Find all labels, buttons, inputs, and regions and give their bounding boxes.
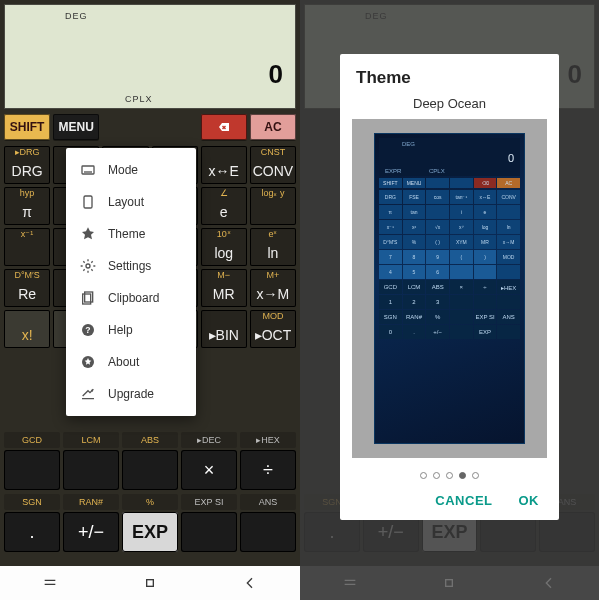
theme-icon xyxy=(80,226,96,242)
num-row-1: × ÷ xyxy=(4,450,296,490)
dot-active[interactable] xyxy=(459,472,466,479)
page-dots xyxy=(340,464,559,487)
delete-button[interactable] xyxy=(201,114,247,140)
menu-item-mode[interactable]: Mode xyxy=(66,154,196,186)
svg-point-3 xyxy=(86,264,90,268)
hkey-hex[interactable]: ▸HEX xyxy=(240,432,296,448)
menu-item-label: About xyxy=(108,355,139,369)
p-ac: AC xyxy=(497,178,520,188)
hkey-dec[interactable]: ▸DEC xyxy=(181,432,237,448)
lcd-display: DEG CPLX 0 xyxy=(4,4,296,109)
key-bin[interactable]: ▸BIN xyxy=(201,310,247,348)
hkey-ans[interactable]: ANS xyxy=(240,494,296,510)
menu-popup: Mode Layout Theme Settings Clipboard ? H… xyxy=(66,148,196,416)
key-blank[interactable] xyxy=(240,512,296,552)
menu-item-clipboard[interactable]: Clipboard xyxy=(66,282,196,314)
key-div[interactable]: ÷ xyxy=(240,450,296,490)
key-dot[interactable]: . xyxy=(4,512,60,552)
top-row: SHIFT MENU AC xyxy=(4,114,296,140)
key-dms[interactable]: D°M′SRe xyxy=(4,269,50,307)
screenshot-left: DEG CPLX 0 SHIFT MENU AC ▸DRGDRG x↔E CNS… xyxy=(0,0,300,600)
hkey-pct[interactable]: % xyxy=(122,494,178,510)
key-oct[interactable]: MOD▸OCT xyxy=(250,310,296,348)
menu-item-label: Clipboard xyxy=(108,291,159,305)
menu-item-layout[interactable]: Layout xyxy=(66,186,196,218)
hkey-lcm[interactable]: LCM xyxy=(63,432,119,448)
preview-grid: DRGFSEcostan⁻¹x↔ECONV πtanie x⁻¹x²√xxʸlo… xyxy=(379,190,520,439)
preview-cplx: CPLX xyxy=(429,168,445,174)
svg-text:?: ? xyxy=(85,325,90,335)
key-sign[interactable]: +/− xyxy=(63,512,119,552)
key-log[interactable]: 10ˣlog xyxy=(201,228,247,266)
key-e[interactable]: ∠e xyxy=(201,187,247,225)
upgrade-icon xyxy=(80,386,96,402)
half-row-1: GCD LCM ABS ▸DEC ▸HEX xyxy=(4,432,296,448)
key-xswap[interactable]: x↔E xyxy=(201,146,247,184)
hkey-ran[interactable]: RAN# xyxy=(63,494,119,510)
key-exp[interactable]: EXP xyxy=(122,512,178,552)
key-pi[interactable]: hypπ xyxy=(4,187,50,225)
gear-icon xyxy=(80,258,96,274)
menu-item-label: Settings xyxy=(108,259,151,273)
p-menu: MENU xyxy=(403,178,426,188)
svg-rect-9 xyxy=(147,580,154,587)
spacer xyxy=(102,114,148,140)
key-fact[interactable]: x! xyxy=(4,310,50,348)
nav-home-icon[interactable] xyxy=(142,575,158,591)
mode-icon xyxy=(80,162,96,178)
key-inv[interactable]: x⁻¹ xyxy=(4,228,50,266)
theme-preview-image: DEG EXPR CPLX 0 SHIFT MENU ⌫ AC DRGFSEco… xyxy=(374,133,525,444)
menu-item-label: Upgrade xyxy=(108,387,154,401)
key-blank[interactable] xyxy=(181,512,237,552)
dot[interactable] xyxy=(420,472,427,479)
menu-item-settings[interactable]: Settings xyxy=(66,250,196,282)
p-del: ⌫ xyxy=(474,178,497,188)
hkey-abs[interactable]: ABS xyxy=(122,432,178,448)
menu-button[interactable]: MENU xyxy=(53,114,99,140)
theme-preview[interactable]: DEG EXPR CPLX 0 SHIFT MENU ⌫ AC DRGFSEco… xyxy=(352,119,547,458)
nav-back-icon[interactable] xyxy=(242,575,258,591)
preview-deg: DEG xyxy=(402,141,415,147)
spacer xyxy=(152,114,198,140)
key-xm[interactable]: M+x→M xyxy=(250,269,296,307)
key-blank[interactable] xyxy=(4,450,60,490)
dialog-title: Theme xyxy=(340,54,559,92)
hkey-expsi[interactable]: EXP SI xyxy=(181,494,237,510)
ac-button[interactable]: AC xyxy=(250,114,296,140)
menu-item-upgrade[interactable]: Upgrade xyxy=(66,378,196,410)
key-mr[interactable]: M−MR xyxy=(201,269,247,307)
theme-name: Deep Ocean xyxy=(340,92,559,119)
backspace-icon xyxy=(216,121,232,133)
cancel-button[interactable]: CANCEL xyxy=(435,493,492,508)
hkey-gcd[interactable]: GCD xyxy=(4,432,60,448)
theme-dialog: Theme Deep Ocean DEG EXPR CPLX 0 SHIFT M… xyxy=(340,54,559,520)
dot[interactable] xyxy=(472,472,479,479)
lcd-mode-deg: DEG xyxy=(65,11,88,21)
dot[interactable] xyxy=(433,472,440,479)
key-blank[interactable] xyxy=(122,450,178,490)
hkey-sgn[interactable]: SGN xyxy=(4,494,60,510)
svg-rect-1 xyxy=(84,171,92,172)
dot[interactable] xyxy=(446,472,453,479)
lcd-mode-cplx: CPLX xyxy=(125,94,153,104)
p-shift: SHIFT xyxy=(379,178,402,188)
shift-button[interactable]: SHIFT xyxy=(4,114,50,140)
svg-rect-2 xyxy=(84,196,92,208)
menu-item-theme[interactable]: Theme xyxy=(66,218,196,250)
clipboard-icon xyxy=(80,290,96,306)
lcd-value: 0 xyxy=(269,59,283,90)
preview-expr: EXPR xyxy=(385,168,401,174)
menu-item-help[interactable]: ? Help xyxy=(66,314,196,346)
key-ln[interactable]: eˣln xyxy=(250,228,296,266)
key-blank[interactable] xyxy=(63,450,119,490)
svg-rect-0 xyxy=(82,166,94,174)
key-mul[interactable]: × xyxy=(181,450,237,490)
menu-item-about[interactable]: About xyxy=(66,346,196,378)
ok-button[interactable]: OK xyxy=(519,493,540,508)
nav-recent-icon[interactable] xyxy=(42,575,58,591)
preview-val: 0 xyxy=(508,152,514,164)
key-drg[interactable]: ▸DRGDRG xyxy=(4,146,50,184)
menu-item-label: Mode xyxy=(108,163,138,177)
key-conv[interactable]: CNSTCONV xyxy=(250,146,296,184)
key[interactable]: logₓ y xyxy=(250,187,296,225)
